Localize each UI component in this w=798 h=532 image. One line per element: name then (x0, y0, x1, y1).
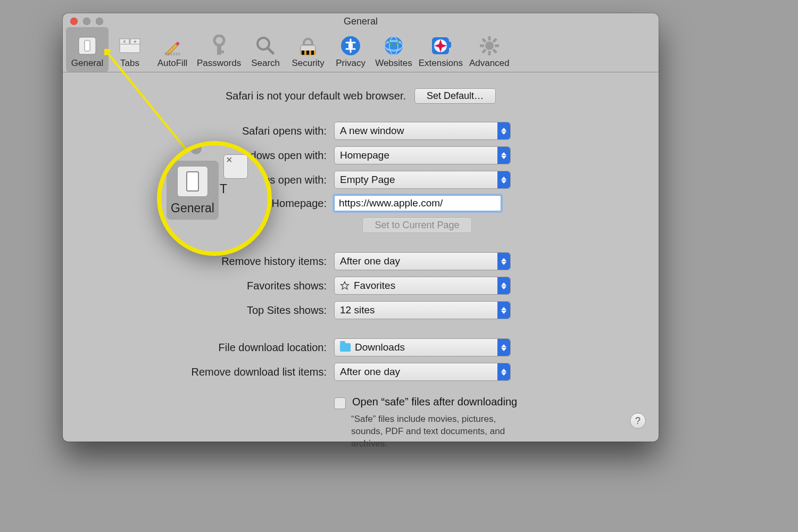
tab-label: Passwords (197, 58, 241, 69)
zoom-window-button[interactable] (96, 18, 103, 25)
chevron-updown-icon (497, 253, 510, 270)
window-title: General (63, 13, 659, 29)
extensions-icon (429, 35, 452, 57)
svg-rect-17 (311, 51, 314, 55)
tab-extensions[interactable]: Extensions (415, 27, 466, 72)
callout-tabs-tab: T (220, 154, 252, 196)
chevron-updown-icon (497, 302, 510, 319)
top-sites-dropdown[interactable]: 12 sites (334, 301, 511, 319)
star-icon (340, 281, 350, 290)
preferences-toolbar: General ×+ Tabs AutoFill Passwords Searc… (63, 29, 659, 72)
label-favorites: Favorites shows: (82, 280, 334, 292)
set-default-button[interactable]: Set Default… (414, 88, 496, 104)
callout-tab-label: General (169, 201, 217, 215)
svg-rect-15 (302, 51, 304, 55)
advanced-icon (478, 35, 501, 57)
tab-tabs[interactable]: ×+ Tabs (109, 27, 151, 72)
general-pane: Safari is not your default web browser. … (63, 72, 659, 461)
download-location-dropdown[interactable]: Downloads (334, 338, 511, 356)
security-icon (297, 35, 319, 57)
label-remove-history: Remove history items: (82, 255, 334, 268)
svg-text:×: × (123, 39, 126, 45)
privacy-icon (339, 35, 362, 57)
close-window-button[interactable] (70, 18, 78, 25)
open-safe-files-checkbox[interactable] (334, 397, 346, 409)
label-remove-downloads: Remove download list items: (82, 366, 334, 378)
tab-label: Privacy (336, 58, 365, 69)
homepage-input[interactable] (334, 195, 501, 211)
minimize-icon (190, 143, 202, 154)
tab-advanced[interactable]: Advanced (466, 27, 513, 72)
tab-label: Tabs (120, 58, 139, 69)
chevron-updown-icon (497, 122, 510, 139)
folder-icon (340, 343, 351, 352)
svg-line-30 (483, 39, 486, 42)
default-browser-message: Safari is not your default web browser. (226, 90, 406, 102)
svg-rect-19 (348, 44, 353, 48)
tab-label: Security (292, 58, 324, 69)
zoom-callout: General T (157, 141, 272, 256)
callout-general-tab: General (167, 161, 219, 220)
set-current-page-button[interactable]: Set to Current Page (362, 218, 471, 233)
tab-label: Websites (375, 58, 412, 69)
new-tabs-open-dropdown[interactable]: Empty Page (334, 171, 511, 189)
new-windows-open-dropdown[interactable]: Homepage (334, 146, 511, 164)
label-topsites: Top Sites shows: (82, 304, 334, 317)
safe-files-help: “Safe” files include movies, pictures, s… (351, 413, 521, 450)
open-safe-files-label: Open “safe” files after downloading (352, 396, 517, 408)
tab-search[interactable]: Search (244, 27, 287, 72)
tab-security[interactable]: Security (287, 27, 329, 72)
general-icon (76, 35, 98, 57)
websites-icon (383, 35, 405, 57)
tab-general[interactable]: General (66, 27, 109, 72)
tab-label: Advanced (469, 58, 510, 69)
label-download-loc: File download location: (82, 342, 334, 354)
callout-side-label: T (220, 182, 252, 196)
preferences-window: General General ×+ Tabs AutoFill Passwor… (63, 13, 659, 442)
general-icon (177, 166, 208, 197)
favorites-shows-dropdown[interactable]: Favorites (334, 277, 511, 295)
chevron-updown-icon (497, 147, 510, 164)
svg-point-25 (485, 41, 494, 50)
svg-line-32 (493, 39, 496, 42)
tab-label: Extensions (419, 58, 463, 69)
remove-history-dropdown[interactable]: After one day (334, 252, 511, 270)
search-icon (254, 35, 277, 57)
svg-rect-16 (306, 51, 309, 55)
chevron-updown-icon (497, 277, 510, 294)
tab-label: AutoFill (157, 58, 188, 69)
tab-label: General (71, 58, 103, 69)
tab-label: Search (251, 58, 280, 69)
chevron-updown-icon (497, 171, 510, 188)
svg-rect-10 (217, 51, 224, 53)
svg-text:+: + (134, 39, 137, 45)
tab-privacy[interactable]: Privacy (329, 27, 372, 72)
remove-downloads-dropdown[interactable]: After one day (334, 363, 511, 381)
tab-passwords[interactable]: Passwords (194, 27, 244, 72)
tabs-icon: ×+ (119, 35, 141, 57)
svg-line-33 (483, 49, 486, 53)
traffic-lights (70, 18, 103, 25)
minimize-window-button[interactable] (83, 18, 90, 25)
safari-opens-with-dropdown[interactable]: A new window (334, 122, 511, 140)
tab-websites[interactable]: Websites (372, 27, 415, 72)
chevron-updown-icon (497, 339, 510, 356)
svg-line-12 (268, 48, 273, 53)
autofill-icon (161, 35, 184, 57)
svg-line-31 (493, 49, 496, 53)
tab-autofill[interactable]: AutoFill (151, 27, 194, 72)
svg-rect-1 (85, 40, 90, 51)
help-button[interactable]: ? (630, 413, 646, 429)
tabs-icon (223, 154, 248, 179)
passwords-icon (208, 35, 230, 57)
titlebar: General (63, 13, 659, 29)
label-opens-with: Safari opens with: (82, 125, 334, 137)
chevron-updown-icon (497, 363, 510, 380)
svg-point-8 (214, 36, 224, 45)
